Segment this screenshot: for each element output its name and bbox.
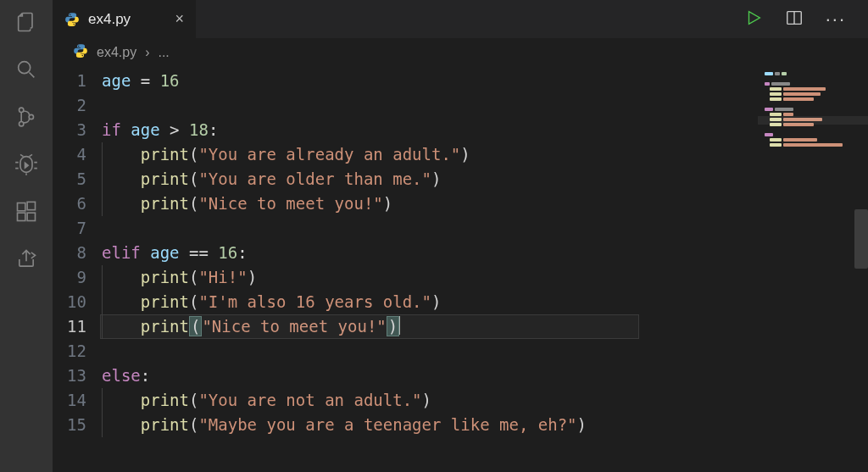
- editor-actions: ···: [744, 0, 868, 38]
- svg-point-3: [29, 114, 33, 119]
- chevron-right-icon: ›: [145, 45, 149, 60]
- split-editor-icon[interactable]: [785, 8, 804, 31]
- code-line: 1 age = 16: [53, 69, 758, 93]
- breadcrumb-file: ex4.py: [97, 45, 136, 60]
- python-file-icon: [73, 43, 88, 62]
- python-file-icon: [64, 12, 80, 27]
- breadcrumb[interactable]: ex4.py › ...: [53, 38, 868, 67]
- breadcrumb-rest: ...: [158, 45, 169, 60]
- run-icon[interactable]: [744, 8, 763, 31]
- editor-wrap: 1 age = 16 2 3 if age > 18: 4 print("You…: [53, 67, 868, 472]
- tab-label: ex4.py: [88, 11, 131, 28]
- search-icon[interactable]: [14, 58, 38, 81]
- app-root: ex4.py × ··· ex4.py › ...: [0, 0, 868, 472]
- svg-rect-6: [27, 213, 35, 220]
- svg-rect-5: [18, 213, 25, 220]
- svg-point-1: [19, 108, 23, 112]
- svg-rect-4: [18, 203, 25, 211]
- text-editor[interactable]: 1 age = 16 2 3 if age > 18: 4 print("You…: [53, 67, 758, 472]
- line-number: 1: [53, 69, 102, 93]
- svg-rect-7: [27, 202, 35, 209]
- source-control-icon[interactable]: [14, 105, 38, 129]
- live-share-icon[interactable]: [14, 247, 38, 271]
- extensions-icon[interactable]: [14, 200, 38, 224]
- debug-icon[interactable]: [14, 153, 38, 176]
- svg-point-2: [19, 121, 23, 125]
- tab-ex4[interactable]: ex4.py ×: [53, 0, 197, 38]
- minimap[interactable]: [758, 67, 868, 472]
- scrollbar-thumb[interactable]: [854, 209, 868, 269]
- explorer-icon[interactable]: [14, 10, 38, 34]
- editor-group: ex4.py × ··· ex4.py › ...: [53, 0, 868, 472]
- tabs-row: ex4.py × ···: [53, 0, 868, 38]
- activity-bar: [0, 0, 53, 472]
- svg-point-0: [19, 62, 31, 74]
- text-cursor: [399, 316, 400, 335]
- close-icon[interactable]: ×: [175, 10, 184, 28]
- more-actions-icon[interactable]: ···: [826, 8, 846, 31]
